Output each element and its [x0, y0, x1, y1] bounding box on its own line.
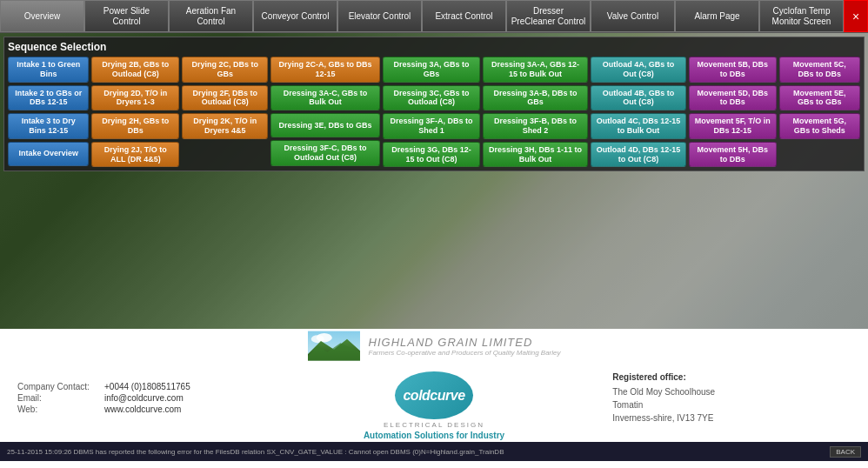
sequence-panel: Sequence Selection Intake 1 to Green Bin…: [3, 37, 865, 171]
seq-drying-2b[interactable]: Drying 2B, GBs to Outload (C8): [91, 57, 179, 83]
seq-dressing-3c[interactable]: Dressing 3C, GBs to Outload (C8): [383, 85, 481, 111]
col-dressing-1: Drying 2C-A, GBs to DBs 12-15 Dressing 3…: [270, 57, 380, 167]
company-center-logos: HIGHLAND GRAIN LIMITED Farmers Co-operat…: [256, 336, 613, 435]
seq-drying-2k[interactable]: Drying 2K, T/O in Dryers 4&5: [182, 113, 268, 139]
seq-outload-4b[interactable]: Outload 4B, GBs to Out (C8): [591, 85, 686, 111]
contact-label-row: Company Contact: +0044 (0)1808511765: [17, 382, 256, 391]
highland-grain-subtitle: Farmers Co-operative and Producers of Qu…: [369, 349, 561, 357]
seq-dressing-3ab[interactable]: Dressing 3A-B, DBs to GBs: [483, 85, 587, 111]
coldcurve-badge: coldcurve: [395, 371, 473, 419]
col-intake: Intake 1 to Green Bins Intake 2 to GBs o…: [8, 57, 89, 167]
reg-office-label: Registered office:: [612, 372, 851, 382]
nav-conveyor[interactable]: Conveyor Control: [253, 0, 337, 32]
col-dressing-2: Dressing 3A, GBs to GBs Dressing 3C, GBs…: [383, 57, 481, 167]
back-button[interactable]: BACK: [830, 446, 861, 458]
coldcurve-tagline: Automation Solutions for Industry: [364, 431, 504, 440]
seq-intake-1[interactable]: Intake 1 to Green Bins: [8, 57, 89, 83]
contact-label: Company Contact:: [17, 382, 104, 391]
seq-dressing-3fc[interactable]: Dressing 3F-C, DBs to Outload Out (C8): [270, 140, 380, 166]
seq-dressing-3e[interactable]: Dressing 3E, DBs to GBs: [270, 113, 380, 137]
col-outload: Outload 4A, GBs to Out (C8) Outload 4B, …: [591, 57, 686, 167]
top-navigation: Overview Power Slide Control Aeration Fa…: [0, 0, 868, 33]
seq-movement-5e[interactable]: Movement 5E, GBs to GBs: [779, 85, 860, 111]
svg-point-2: [316, 333, 331, 343]
web-value: www.coldcurve.com: [104, 404, 181, 414]
seq-outload-4d[interactable]: Outload 4D, DBs 12-15 to Out (C8): [591, 142, 686, 168]
highland-grain-name: HIGHLAND GRAIN LIMITED: [369, 336, 561, 349]
highland-grain-text: HIGHLAND GRAIN LIMITED Farmers Co-operat…: [369, 336, 561, 357]
seq-drying-2d[interactable]: Drying 2D, T/O in Dryers 1-3: [91, 85, 179, 111]
seq-dressing-3fb[interactable]: Dressing 3F-B, DBs to Shed 2: [483, 113, 587, 139]
col-movement-1: Movement 5B, DBs to DBs Movement 5D, DBs…: [689, 57, 776, 167]
coldcurve-logo-text: coldcurve: [403, 388, 464, 404]
seq-drying-2c[interactable]: Drying 2C, DBs to GBs: [182, 57, 268, 83]
col-drying-1: Drying 2B, GBs to Outload (C8) Drying 2D…: [91, 57, 179, 167]
tel-value: +0044 (0)1808511765: [104, 382, 190, 391]
sequence-grid: Intake 1 to Green Bins Intake 2 to GBs o…: [8, 57, 860, 167]
col-dressing-3: Dressing 3A-A, GBs 12-15 to Bulk Out Dre…: [483, 57, 587, 167]
seq-movement-5b[interactable]: Movement 5B, DBs to DBs: [689, 57, 776, 83]
reg-address-2: Tomatin: [612, 398, 851, 411]
nav-dresser[interactable]: Dresser PreCleaner Control: [506, 0, 591, 32]
seq-outload-4c[interactable]: Outload 4C, DBs 12-15 to Bulk Out: [591, 113, 686, 139]
sequence-title: Sequence Selection: [8, 41, 860, 53]
main-area: Sequence Selection Intake 1 to Green Bin…: [0, 33, 868, 329]
seq-dressing-3h[interactable]: Dressing 3H, DBs 1-11 to Bulk Out: [483, 142, 587, 168]
farm-logo: HIGHLAND GRAIN LIMITED Farmers Co-operat…: [308, 331, 561, 361]
email-row: Email: info@coldcurve.com: [17, 393, 256, 403]
highland-grain-branding: HIGHLAND GRAIN LIMITED Farmers Co-operat…: [308, 331, 561, 364]
reg-address-3: Inverness-shire, IV13 7YE: [612, 411, 851, 425]
status-right: BACK: [830, 446, 861, 458]
seq-intake-overview[interactable]: Intake Overview: [8, 142, 89, 166]
registered-office: Registered office: The Old Moy Schoolhou…: [612, 336, 851, 435]
email-label: Email:: [17, 393, 104, 403]
seq-drying-2j[interactable]: Drying 2J, T/O to ALL (DR 4&5): [91, 142, 179, 168]
bottom-area: Company Contact: +0044 (0)1808511765 Ema…: [0, 329, 868, 468]
col-drying-2: Drying 2C, DBs to GBs Drying 2F, DBs to …: [182, 57, 268, 167]
seq-movement-5d[interactable]: Movement 5D, DBs to DBs: [689, 85, 776, 111]
web-row: Web: www.coldcurve.com: [17, 404, 256, 414]
seq-movement-5f[interactable]: Movement 5F, T/O in DBs 12-15: [689, 113, 776, 139]
web-label: Web:: [17, 404, 104, 414]
status-bar: 25-11-2015 15:09:26 DBMS has reported th…: [0, 442, 868, 461]
seq-drying-2f[interactable]: Drying 2F, DBs to Outload (C8): [182, 85, 268, 111]
nav-aeration-fan[interactable]: Aeration Fan Control: [169, 0, 253, 32]
hills-icon: [308, 331, 360, 361]
seq-drying-2h[interactable]: Drying 2H, GBs to DBs: [91, 113, 179, 139]
seq-dressing-3fa[interactable]: Dressing 3F-A, DBs to Shed 1: [383, 113, 481, 139]
status-text: 25-11-2015 15:09:26 DBMS has reported th…: [7, 448, 830, 456]
company-contact: Company Contact: +0044 (0)1808511765 Ema…: [17, 336, 256, 435]
seq-movement-5c[interactable]: Movement 5C, DBs to DBs: [779, 57, 860, 83]
coldcurve-logo: coldcurve ELECTRICAL DESIGN Automation S…: [364, 371, 504, 440]
coldcurve-sub: ELECTRICAL DESIGN: [384, 421, 484, 429]
close-icon: ×: [852, 10, 859, 23]
seq-movement-5g[interactable]: Movement 5G, GBs to Sheds: [779, 113, 860, 139]
company-section: Company Contact: +0044 (0)1808511765 Ema…: [0, 329, 868, 442]
seq-dressing-3ac[interactable]: Dressing 3A-C, GBs to Bulk Out: [270, 85, 380, 111]
col-movement-2: Movement 5C, DBs to DBs Movement 5E, GBs…: [779, 57, 860, 167]
nav-cyclofan[interactable]: Cyclofan Temp Monitor Screen: [759, 0, 844, 32]
seq-drying-2ca[interactable]: Drying 2C-A, GBs to DBs 12-15: [270, 57, 380, 83]
reg-address-1: The Old Moy Schoolhouse: [612, 385, 851, 398]
close-button[interactable]: ×: [844, 0, 868, 32]
seq-dressing-3g[interactable]: Dressing 3G, DBs 12-15 to Out (C8): [383, 142, 481, 168]
nav-alarm[interactable]: Alarm Page: [675, 0, 759, 32]
email-value: info@coldcurve.com: [104, 393, 184, 403]
seq-dressing-3a[interactable]: Dressing 3A, GBs to GBs: [383, 57, 481, 83]
seq-intake-2[interactable]: Intake 2 to GBs or DBs 12-15: [8, 85, 89, 111]
nav-overview[interactable]: Overview: [0, 0, 84, 32]
nav-power-slide[interactable]: Power Slide Control: [84, 0, 169, 32]
seq-movement-5h[interactable]: Movement 5H, DBs to DBs: [689, 142, 776, 168]
seq-dressing-3aa[interactable]: Dressing 3A-A, GBs 12-15 to Bulk Out: [483, 57, 587, 83]
nav-elevator[interactable]: Elevator Control: [337, 0, 422, 32]
seq-intake-3[interactable]: Intake 3 to Dry Bins 12-15: [8, 113, 89, 139]
nav-valve[interactable]: Valve Control: [591, 0, 675, 32]
seq-outload-4a[interactable]: Outload 4A, GBs to Out (C8): [591, 57, 686, 83]
nav-extract[interactable]: Extract Control: [422, 0, 506, 32]
